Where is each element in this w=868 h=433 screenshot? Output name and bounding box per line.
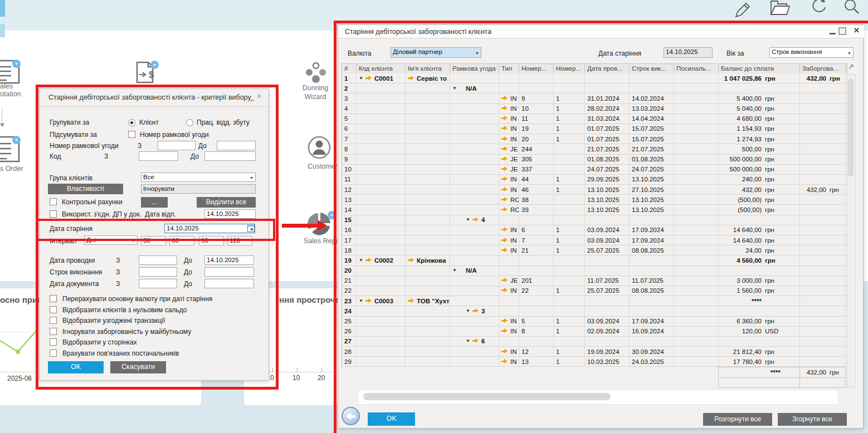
table-row[interactable]: 11IN44129.09.202513.10.2025240,00грн (342, 175, 846, 185)
link-arrow-icon[interactable] (501, 156, 508, 161)
table-row[interactable]: 276 (342, 337, 846, 347)
sum-by-checkbox[interactable] (128, 131, 135, 138)
use-bp-label[interactable]: Використ. з'єдн. ДП у док. (62, 210, 142, 218)
link-arrow-icon[interactable] (408, 258, 415, 263)
link-arrow-icon[interactable] (501, 248, 508, 253)
option-checkbox[interactable] (50, 295, 57, 302)
posting-from-input[interactable] (139, 255, 177, 265)
link-arrow-icon[interactable] (501, 288, 508, 293)
table-row[interactable]: 3IN9131.01.202414.02.20245 400,00грн (342, 94, 846, 104)
column-header[interactable]: Посилаль... (674, 64, 719, 73)
table-row[interactable]: 9JE30501.08.202501.08.2025500 000,00грн (342, 155, 846, 165)
sum-by-checkbox-label[interactable]: Номер рамкової угоди (140, 131, 209, 139)
ok-button[interactable]: OK (368, 412, 415, 426)
interval-1-input[interactable]: 30 (141, 236, 166, 245)
scrollbar-thumb[interactable] (363, 393, 611, 400)
link-arrow-icon[interactable] (501, 359, 508, 364)
frame-to-input[interactable] (217, 141, 256, 150)
table-row[interactable]: 8JE24421.07.202521.07.2025500,00грн (342, 144, 846, 154)
control-accounts-label[interactable]: Контрольні рахунки (62, 198, 123, 206)
collapse-triangle-icon[interactable] (452, 85, 457, 92)
expand-all-button[interactable]: Розгорнути все (703, 413, 772, 426)
column-header[interactable]: Строк вик... (630, 64, 674, 73)
calendar-icon[interactable] (247, 225, 255, 232)
column-header[interactable]: # (342, 64, 357, 73)
table-row[interactable]: 13RC3813.10.202513.10.2025(500,00)грн (342, 195, 846, 205)
table-row[interactable]: 29IN13110.03.202524.03.202517 780,40грн (342, 357, 846, 367)
column-header[interactable]: Ім'я клієнта (406, 64, 450, 73)
column-header[interactable]: Код клієнта (357, 64, 406, 73)
collapse-all-button[interactable]: Згорнути все (778, 413, 847, 426)
table-row[interactable]: 14RC3913.10.202513.10.2025(500,00)грн (342, 205, 846, 215)
column-header[interactable]: Рамкова угода (450, 64, 499, 73)
due-from-input[interactable] (139, 267, 177, 277)
link-arrow-icon[interactable] (501, 238, 508, 243)
age-by-select[interactable]: Строк виконання (769, 47, 854, 58)
badge-icon[interactable] (12, 60, 21, 68)
badge-icon[interactable] (12, 136, 21, 144)
table-row[interactable]: 10JE33724.07.202524.07.2025500 000,00грн (342, 165, 846, 175)
table-row[interactable]: 2N/A (342, 83, 846, 94)
search-icon[interactable] (840, 0, 864, 18)
link-arrow-icon[interactable] (501, 116, 508, 121)
minimize-button[interactable] (830, 33, 836, 35)
link-arrow-icon[interactable] (365, 258, 372, 263)
column-header[interactable]: Номер... (554, 64, 585, 73)
radio-client-label[interactable]: Клієнт (139, 119, 159, 126)
link-arrow-icon[interactable] (501, 278, 508, 283)
collapse-triangle-icon[interactable] (359, 75, 363, 82)
close-button[interactable] (854, 26, 860, 35)
option-checkbox[interactable] (50, 317, 57, 324)
link-arrow-icon[interactable] (472, 217, 479, 222)
collapse-triangle-icon[interactable] (466, 338, 470, 345)
posting-to-input[interactable]: 14.10.2025 (204, 255, 254, 265)
code-from-input[interactable] (139, 151, 178, 161)
table-row[interactable]: 12IN46113.10.202527.10.2025432,00грн432,… (342, 185, 846, 195)
maximize-button[interactable] (838, 27, 846, 35)
table-row[interactable]: 22IN22125.07.202508.08.20251 560,00грн (342, 286, 846, 296)
table-row[interactable]: 4IN10128.02.202413.03.20245 040,00грн (342, 104, 846, 114)
column-header[interactable]: Заборгова... (800, 64, 846, 73)
column-header[interactable]: Дата пров... (585, 64, 630, 73)
option-checkbox-label[interactable]: Перерахувати основну валюту при даті ста… (62, 295, 212, 303)
control-accounts-checkbox[interactable] (50, 198, 57, 205)
doc-to-input[interactable] (204, 279, 254, 288)
option-checkbox[interactable] (50, 338, 57, 346)
badge-icon[interactable] (150, 61, 159, 69)
table-row[interactable]: 18IN21125.07.202508.08.202524,00грн (342, 245, 846, 255)
table-row[interactable]: 1C0001Сервіс то1 047 025,86грн432,00грн (342, 73, 846, 83)
option-checkbox[interactable] (50, 328, 57, 335)
link-arrow-icon[interactable] (501, 207, 508, 212)
link-arrow-icon[interactable] (408, 76, 415, 81)
code-to-input[interactable] (204, 151, 256, 161)
link-arrow-icon[interactable] (501, 136, 508, 141)
properties-value-field[interactable]: Ігнорувати (141, 184, 256, 194)
link-arrow-icon[interactable] (501, 96, 508, 101)
radio-sales-employee[interactable] (186, 119, 193, 126)
table-row[interactable]: 154 (342, 215, 846, 225)
currency-select[interactable]: Діловий партнер (391, 47, 481, 58)
table-row[interactable]: 7IN20101.07.202515.07.20251 274,93грн (342, 134, 846, 144)
table-row[interactable]: 6IN19101.07.202515.07.20251 154,93грн (342, 124, 846, 134)
table-row[interactable]: 19C0002Крінжова4 560,00грн (342, 255, 846, 265)
option-checkbox-label[interactable]: Відобразити у сторінках (62, 338, 137, 346)
column-header[interactable]: Номер... (519, 64, 554, 73)
table-row[interactable]: 16IN6103.09.202417.09.202414 640,00грн (342, 225, 846, 235)
link-arrow-icon[interactable] (472, 338, 479, 343)
interval-2-input[interactable]: 60 (169, 236, 194, 245)
aging-date-input[interactable]: 14.10.2025 (164, 224, 255, 233)
badge-icon[interactable] (328, 211, 336, 219)
column-header[interactable]: Тип (499, 64, 519, 73)
table-row[interactable]: 5IN11131.03.202414.04.20244 680,00грн (342, 114, 846, 124)
link-arrow-icon[interactable] (501, 146, 508, 151)
radio-client[interactable] (128, 119, 135, 126)
option-checkbox[interactable] (50, 306, 57, 313)
link-arrow-icon[interactable] (365, 298, 372, 303)
link-arrow-icon[interactable] (408, 298, 415, 303)
table-row[interactable]: 20N/A (342, 266, 846, 276)
option-checkbox-label[interactable]: Відобразити узгоджені транзакції (62, 317, 165, 324)
table-row[interactable]: 25IN5103.09.202417.09.20246 360,00грн (342, 317, 846, 327)
column-header[interactable]: Баланс до сплати (719, 64, 800, 73)
link-arrow-icon[interactable] (501, 318, 508, 323)
close-button[interactable] (256, 92, 262, 100)
